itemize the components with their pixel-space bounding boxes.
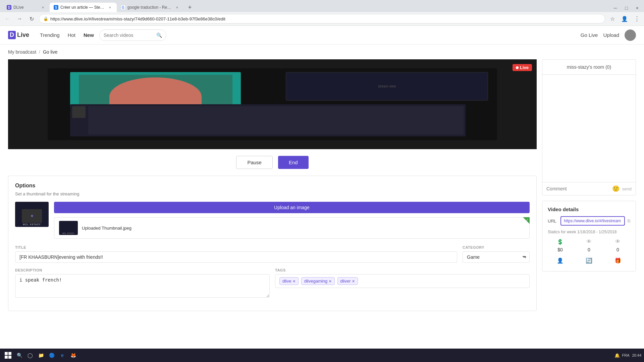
new-tab-button[interactable]: + (185, 3, 195, 12)
chat-box: miss-stazy's room (0) 🙂 send (542, 59, 636, 195)
tab-google-traduction[interactable]: G google traduction - Rec... × (117, 3, 184, 12)
options-subtitle: Set a thumbnail for the streaming (15, 191, 530, 196)
category-select-wrapper: Game Music Talk (463, 251, 530, 263)
end-button[interactable]: End (278, 156, 309, 169)
close-browser-btn[interactable]: × (633, 4, 641, 12)
stat-gifts: 🎁 (605, 256, 630, 266)
tag-dlivegaming-remove[interactable]: × (329, 279, 331, 284)
taskbar-edge[interactable]: e (58, 351, 67, 360)
more-options-button[interactable]: ⋮ (632, 14, 641, 23)
views2-value: 0 (616, 247, 619, 252)
right-panel: miss-stazy's room (0) 🙂 send Video detai… (542, 59, 636, 316)
taskbar-file-explorer[interactable]: 📁 (36, 351, 46, 360)
minimize-btn[interactable]: ─ (611, 4, 620, 12)
video-details-box: Video details URL ⎘ Statics for week 1/1… (542, 201, 636, 272)
url-input[interactable] (560, 216, 625, 226)
video-player: stream view Live (8, 59, 537, 149)
taskbar-firefox[interactable]: 🦊 (68, 351, 78, 360)
uploaded-thumbnail-preview: MZL XSTAZY (59, 221, 78, 235)
followers-icon: 👤 (556, 256, 564, 264)
maximize-btn[interactable]: □ (622, 4, 630, 12)
search-icon: 🔍 (156, 33, 162, 38)
tag-dlive-remove[interactable]: × (293, 279, 296, 284)
dlive-favicon: D (7, 5, 11, 10)
video-content: stream view (8, 59, 537, 149)
chat-input-row: 🙂 send (542, 182, 636, 195)
taskbar: 🔍 ◯ 📁 🔵 e 🦊 🔔 FRA 20:44 (0, 349, 644, 362)
user-avatar[interactable] (625, 29, 636, 41)
start-button[interactable] (3, 350, 13, 361)
live-dot-icon (516, 66, 519, 69)
notification-icon[interactable]: 🔔 (614, 353, 620, 358)
tag-dlive-text: dlive (282, 279, 291, 284)
category-select[interactable]: Game Music Talk (463, 251, 530, 263)
tag-dlivegaming: dlivegaming × (301, 277, 335, 285)
form-row-title-category: TITLE CATEGORY Game Music Talk (15, 245, 530, 263)
forward-button[interactable]: → (15, 14, 24, 23)
tab-google-close[interactable]: × (174, 5, 180, 10)
bookmark-button[interactable]: ☆ (608, 14, 617, 23)
tab-dlive-title: DLive (13, 5, 38, 10)
tag-dlivegaming-text: dlivegaming (304, 279, 327, 284)
address-bar[interactable]: 🔒 https://www.dlive.io/#/livestream/miss… (39, 14, 605, 23)
taskbar-chrome[interactable]: 🔵 (47, 351, 56, 360)
views2-icon: 👁 (614, 238, 622, 246)
breadcrumb-my-broadcast[interactable]: My broadcast (8, 49, 36, 55)
pause-button[interactable]: Pause (236, 156, 273, 169)
stat-earnings: 💲 $0 (548, 238, 573, 252)
form-row-desc-tags: DESCRIPTION i speak french! TAGS dlive ×… (15, 268, 530, 299)
url-label: URL (548, 219, 558, 224)
comment-input[interactable] (546, 186, 609, 191)
nav-right: Go Live Upload (581, 29, 636, 41)
breadcrumb-go-live: Go live (43, 49, 58, 55)
taskbar-search[interactable]: 🔍 (15, 351, 24, 360)
language-indicator: FRA (622, 353, 629, 357)
tab-dlive[interactable]: D DLive × (3, 3, 50, 12)
sys-icons: 🔔 FRA (614, 353, 629, 358)
nav-trending[interactable]: Trending (40, 32, 60, 38)
nav-new[interactable]: New (84, 32, 94, 38)
stat-reposts: 🔄 (577, 256, 601, 266)
back-button[interactable]: ← (3, 14, 12, 23)
dlive-logo[interactable]: D Live (8, 31, 29, 39)
search-box: 🔍 (99, 29, 166, 41)
reposts-icon: 🔄 (585, 256, 593, 264)
taskbar-cortana[interactable]: ◯ (25, 351, 35, 360)
form-group-category: CATEGORY Game Music Talk (463, 245, 530, 263)
refresh-button[interactable]: ↻ (27, 14, 36, 23)
tag-dliver-text: dliver (340, 279, 351, 284)
svg-rect-2 (5, 356, 8, 359)
stats-grid: 💲 $0 👁 0 👁 0 👤 🔄 (548, 238, 630, 266)
url-row: URL ⎘ (548, 216, 630, 226)
go-live-button[interactable]: Go Live (581, 32, 598, 38)
tab-create-article-close[interactable]: × (107, 5, 113, 10)
send-button[interactable]: send (622, 186, 632, 191)
browser-chrome: D DLive × S Créer un article — Steem... … (0, 0, 644, 26)
logo-live-text: Live (17, 32, 29, 39)
tags-label: TAGS (275, 268, 530, 272)
title-input[interactable] (15, 251, 457, 263)
search-input[interactable] (104, 33, 154, 38)
stat-views: 👁 0 (577, 238, 601, 252)
svg-rect-1 (8, 352, 11, 355)
tab-dlive-close[interactable]: × (40, 5, 46, 10)
nav-hot[interactable]: Hot (68, 32, 75, 38)
copy-url-button[interactable]: ⎘ (628, 218, 630, 224)
upload-image-button[interactable]: Upload an image (54, 202, 530, 213)
tag-dliver-remove[interactable]: × (352, 279, 355, 284)
tab-create-article-title: Créer un article — Steem... (60, 5, 105, 10)
profile-button[interactable]: 👤 (620, 14, 629, 23)
form-group-tags: TAGS dlive × dlivegaming × dliver × (275, 268, 530, 299)
main-content: stream view Live Pause End Option (0, 59, 644, 316)
breadcrumb-separator: / (39, 49, 40, 55)
svg-rect-3 (8, 356, 11, 359)
upload-button[interactable]: Upload (603, 32, 619, 38)
taskbar-right: 🔔 FRA 20:44 (614, 353, 641, 358)
stream-controls: Pause End (8, 149, 537, 176)
stat-followers: 👤 (548, 256, 573, 266)
tab-create-article[interactable]: S Créer un article — Steem... × (50, 3, 117, 12)
emoji-button[interactable]: 🙂 (612, 185, 620, 192)
description-textarea[interactable]: i speak french! (15, 274, 270, 298)
options-title: Options (15, 183, 530, 189)
tabs-bar: D DLive × S Créer un article — Steem... … (0, 0, 644, 12)
